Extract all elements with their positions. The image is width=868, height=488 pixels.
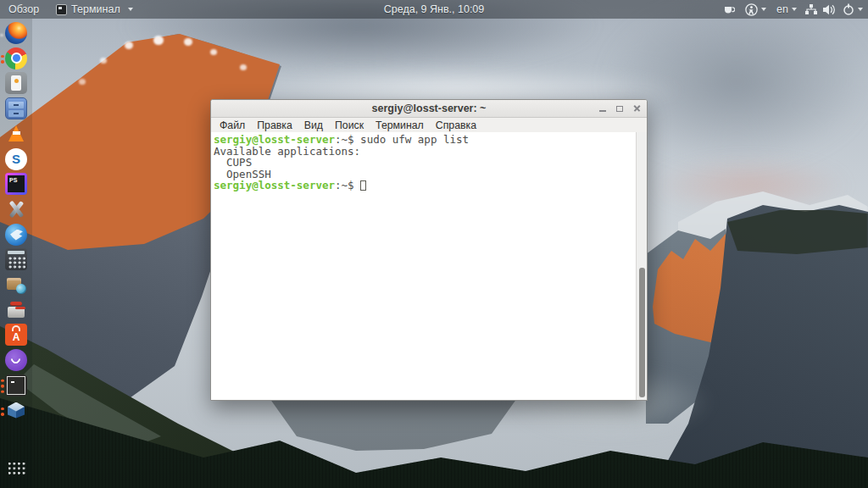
menu-item-4[interactable]: Терминал bbox=[370, 119, 430, 131]
file-cabinet-icon bbox=[5, 97, 27, 119]
launcher-item-startup-disk-creator[interactable] bbox=[5, 72, 29, 96]
app-menu-label: Терминал bbox=[71, 3, 120, 15]
menu-item-1[interactable]: Правка bbox=[251, 119, 298, 131]
top-bar: Обзор Терминал Среда, 9 Янв., 10:09 en bbox=[0, 0, 868, 19]
language-indicator: en bbox=[776, 3, 788, 15]
vlc-icon bbox=[5, 123, 27, 145]
terminal-icon bbox=[5, 374, 27, 396]
launcher-item-thunderbird[interactable] bbox=[5, 224, 29, 247]
app-menu[interactable]: Терминал bbox=[51, 0, 138, 19]
scrollbar[interactable] bbox=[636, 132, 647, 400]
keyboard-layout-menu[interactable]: en bbox=[776, 0, 797, 19]
chevron-down-icon bbox=[128, 8, 133, 11]
launcher-item-firefox[interactable] bbox=[5, 22, 29, 46]
minimize-button[interactable] bbox=[596, 102, 609, 115]
running-indicator bbox=[1, 408, 4, 416]
running-indicator bbox=[1, 380, 4, 394]
show-apps-button[interactable] bbox=[8, 462, 25, 475]
launcher-item-fax-printer[interactable] bbox=[5, 299, 29, 323]
scrollbar-thumb[interactable] bbox=[639, 268, 645, 397]
power-menu[interactable] bbox=[843, 0, 863, 19]
running-indicator bbox=[1, 55, 4, 64]
maximize-button[interactable] bbox=[613, 102, 626, 115]
chevron-down-icon bbox=[792, 8, 797, 11]
accessibility-icon bbox=[745, 3, 758, 16]
terminal-window: sergiy@losst-server: ~ ФайлПравкаВидПоис… bbox=[210, 99, 648, 401]
firefox-icon bbox=[5, 22, 27, 44]
chrome-icon bbox=[5, 47, 27, 69]
window-title: sergiy@losst-server: ~ bbox=[372, 103, 487, 114]
terminal-cursor bbox=[360, 180, 366, 191]
close-button[interactable] bbox=[630, 102, 643, 115]
power-icon bbox=[843, 3, 854, 15]
software-package-icon bbox=[5, 274, 27, 296]
ubuntu-software-icon: A bbox=[5, 324, 27, 346]
tools-icon bbox=[5, 198, 27, 220]
volume-icon[interactable] bbox=[823, 0, 836, 19]
skype-icon: S bbox=[5, 148, 27, 170]
launcher-item-chrome[interactable] bbox=[5, 47, 29, 71]
launcher-item-terminal[interactable] bbox=[5, 374, 29, 398]
menu-item-0[interactable]: Файл bbox=[214, 119, 251, 131]
maximize-icon bbox=[616, 106, 623, 112]
terminal-text-segment: :~$ bbox=[335, 179, 360, 191]
thunderbird-icon bbox=[5, 224, 27, 246]
terminal-content[interactable]: sergiy@losst-server:~$ sudo ufw app list… bbox=[211, 132, 647, 400]
terminal-line: sergiy@losst-server:~$ sudo ufw app list bbox=[214, 134, 633, 146]
fax-printer-icon bbox=[5, 299, 27, 321]
launcher-item-skype[interactable]: S bbox=[5, 148, 29, 172]
phpstorm-icon: PS bbox=[5, 173, 27, 195]
app-menu-terminal-icon bbox=[56, 4, 67, 15]
prompt-text: sergiy@losst-server bbox=[214, 179, 335, 191]
minimize-icon bbox=[599, 110, 606, 112]
virtualbox-icon bbox=[5, 400, 27, 422]
menubar: ФайлПравкаВидПоискТерминалСправка bbox=[211, 118, 647, 132]
launcher-item-calculator[interactable] bbox=[5, 248, 29, 272]
chevron-down-icon bbox=[858, 8, 863, 11]
launcher-item-virtualbox[interactable] bbox=[5, 400, 29, 424]
viber-icon bbox=[5, 349, 27, 371]
titlebar[interactable]: sergiy@losst-server: ~ bbox=[211, 100, 647, 118]
overview-button[interactable]: Обзор bbox=[3, 0, 44, 19]
menu-item-2[interactable]: Вид bbox=[298, 119, 329, 131]
terminal-line: OpenSSH bbox=[214, 169, 633, 180]
launcher-item-viber[interactable] bbox=[5, 349, 29, 373]
ubuntu-software-logo-letter: A bbox=[13, 331, 20, 343]
terminal-text-segment: sudo ufw app list bbox=[360, 133, 469, 146]
launcher-item-phpstorm[interactable]: PS bbox=[5, 173, 29, 197]
network-wired-icon[interactable] bbox=[805, 0, 817, 19]
desktop: Обзор Терминал Среда, 9 Янв., 10:09 en bbox=[0, 0, 868, 488]
caffeine-cup-icon[interactable] bbox=[723, 0, 735, 19]
launcher-item-vlc[interactable] bbox=[5, 123, 29, 147]
skype-logo-letter: S bbox=[12, 152, 20, 165]
menu-item-3[interactable]: Поиск bbox=[329, 119, 370, 131]
menu-item-5[interactable]: Справка bbox=[430, 119, 482, 131]
terminal-text: sergiy@losst-server:~$ sudo ufw app list… bbox=[214, 134, 633, 191]
launcher-item-file-cabinet[interactable] bbox=[5, 97, 29, 121]
clock[interactable]: Среда, 9 Янв., 10:09 bbox=[384, 0, 485, 19]
phpstorm-logo-letter: PS bbox=[9, 177, 17, 183]
accessibility-menu[interactable] bbox=[745, 0, 766, 19]
launcher-item-software-package[interactable] bbox=[5, 274, 29, 297]
terminal-line: Available applications: bbox=[214, 146, 633, 158]
launcher: SPSA bbox=[0, 19, 32, 488]
close-icon bbox=[633, 105, 641, 113]
terminal-line: CUPS bbox=[214, 157, 633, 169]
startup-disk-creator-icon bbox=[5, 72, 27, 94]
calculator-icon bbox=[5, 248, 27, 270]
launcher-item-ubuntu-software[interactable]: A bbox=[5, 324, 29, 347]
terminal-line: sergiy@losst-server:~$ bbox=[214, 180, 633, 191]
launcher-item-tools[interactable] bbox=[5, 198, 29, 222]
chevron-down-icon bbox=[761, 8, 766, 11]
